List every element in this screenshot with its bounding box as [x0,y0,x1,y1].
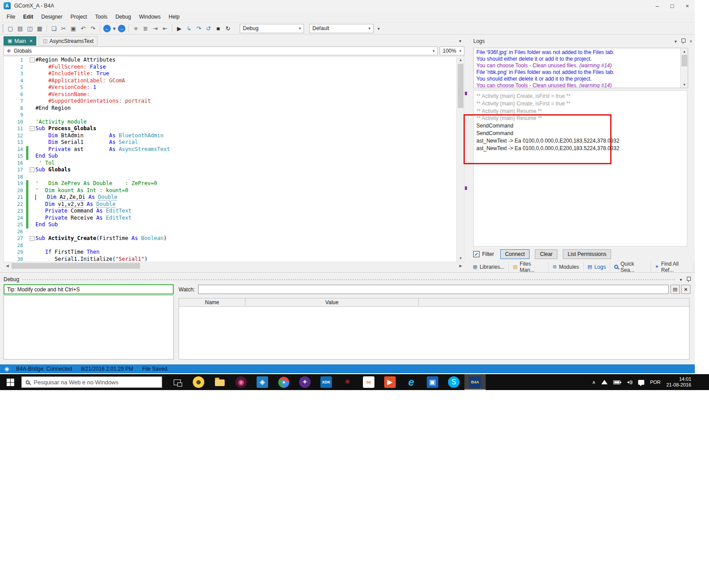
code-text[interactable]: ' Tol [35,160,55,167]
scroll-up-icon[interactable]: ▲ [457,57,464,63]
tab-list-dropdown-icon[interactable]: ▾ [459,39,461,43]
chat-app-icon[interactable]: ☻ [188,374,209,390]
scope-dropdown[interactable]: ❖ Globals ▾ [4,46,438,55]
photos-app-icon[interactable]: ▣ [422,374,443,390]
toolbar-overflow-icon[interactable]: ▾ [378,26,380,31]
clear-button[interactable]: Clear [535,249,557,259]
code-text[interactable]: End Sub [35,221,58,228]
watch-list-button[interactable]: ▤ [670,285,680,294]
close-button[interactable]: × [680,0,695,12]
close-tab-icon[interactable]: × [29,38,32,44]
start-button[interactable] [0,374,20,390]
media-app-icon[interactable]: ◉ [230,374,252,390]
code-text[interactable]: Dim v1,v2,v3 As Double [35,201,116,208]
panel-tab-logs[interactable]: ▤Logs [584,262,610,272]
outlook-icon[interactable]: oz [358,374,379,390]
step-into-icon[interactable]: ↳ [184,23,194,33]
undo-icon[interactable]: ↶ [78,23,88,33]
video-app-icon[interactable]: ▶ [379,374,401,390]
open-icon[interactable]: ▤ [16,23,25,33]
fold-toggle-icon[interactable]: - [30,126,35,131]
pinwheel-app-icon[interactable]: ✳ [337,374,358,390]
language-indicator[interactable]: POR [650,379,661,385]
menu-item-file[interactable]: File [3,14,19,20]
code-text[interactable]: Serial1.Initialize("Serial1") [35,256,148,263]
code-text[interactable]: #FullScreen: False [35,64,106,71]
run-icon[interactable]: ▶ [175,23,184,33]
menu-item-project[interactable]: Project [66,14,91,20]
outdent-icon[interactable]: ⇤ [160,23,170,33]
scroll-down-icon[interactable]: ▼ [457,255,464,262]
uncomment-icon[interactable]: ≣ [141,23,150,33]
back-history-icon[interactable]: ▾ [112,23,117,33]
store-app-icon[interactable]: ◈ [252,374,273,390]
indent-icon[interactable]: ⇥ [151,23,160,33]
code-text[interactable]: Sub Activity_Create(FirstTime As Boolean… [35,235,167,242]
new-file-icon[interactable]: ▢ [6,23,15,33]
panel-tab-filesman[interactable]: ▧Files Man... [509,262,549,272]
pin-icon[interactable] [686,277,690,282]
code-text[interactable]: #VersionCode: 1 [35,84,96,91]
chevron-down-icon[interactable]: ▾ [680,277,682,282]
code-text[interactable]: #Region Module Attributes [35,57,116,64]
code-text[interactable]: ' Dim kount As Int : kount=0 [35,187,129,194]
menu-item-windows[interactable]: Windows [135,14,165,20]
scroll-up-icon[interactable]: ▲ [681,48,688,54]
navigate-back-icon[interactable]: ← [102,23,112,33]
file-explorer-icon[interactable] [209,374,230,390]
chevron-down-icon[interactable]: ▾ [674,39,677,44]
code-text[interactable]: #VersionName: [35,91,90,98]
notification-icon[interactable] [638,380,644,385]
menu-item-debug[interactable]: Debug [111,14,135,20]
minimize-button[interactable]: – [650,0,665,12]
stop-icon[interactable]: ■ [214,23,223,33]
panel-tab-quicksea[interactable]: Quick Sea... [610,262,651,272]
menu-item-designer[interactable]: Designer [37,14,66,20]
step-over-icon[interactable]: ↷ [194,23,203,33]
panel-tab-libraries[interactable]: ▦Libraries... [469,262,509,272]
code-text[interactable]: #SupportedOrientations: portrait [35,98,151,105]
scroll-down-icon[interactable]: ▼ [681,81,688,88]
code-text[interactable]: #ApplicationLabel: GComA [35,77,125,85]
b4a-icon[interactable]: B4A [464,374,486,390]
ie-icon[interactable]: e [401,374,422,390]
volume-icon[interactable]: ◄))) [626,380,632,384]
fold-toggle-icon[interactable]: - [30,58,35,62]
search-input[interactable] [34,379,158,386]
tray-expand-icon[interactable]: ∧ [592,379,596,385]
code-editor[interactable]: 1-#Region Module Attributes2 #FullScreen… [4,56,464,262]
scroll-left-icon[interactable]: ◀ [4,262,11,270]
redo-icon[interactable]: ↷ [88,23,97,33]
watch-clear-button[interactable]: × [681,285,690,294]
cut-icon[interactable]: ✂ [59,23,68,33]
save-icon[interactable]: ◫ [25,23,35,33]
scrollbar-thumb[interactable] [458,64,464,108]
chrome-icon[interactable] [273,374,294,390]
build-mode-dropdown[interactable]: Debug ▾ [240,24,304,33]
code-text[interactable]: End Sub [35,153,58,160]
taskbar-clock[interactable]: 14:01 21-08-2016 [666,376,691,388]
editor-vscrollbar[interactable]: ▲ ▼ [456,57,464,262]
skype-icon[interactable]: S [443,374,464,390]
code-text[interactable]: Dim BtAdmin As BluetoothAdmin [35,132,164,139]
scroll-right-icon[interactable]: ▶ [457,262,464,270]
build-config-dropdown[interactable]: Default ▾ [309,24,374,33]
code-text[interactable]: #IncludeTitle: True [35,70,109,77]
copy-icon[interactable]: ▣ [69,23,78,33]
menu-item-tools[interactable]: Tools [91,14,111,20]
wifi-icon[interactable] [601,380,608,384]
task-view-button[interactable] [168,374,187,390]
intel-xdk-icon[interactable]: XDK [316,374,337,390]
battery-icon[interactable] [613,380,620,384]
warnings-scrollbar[interactable]: ▲ ▼ [680,48,688,88]
code-text[interactable]: #End Region [35,105,70,112]
taskbar-search[interactable] [21,376,162,388]
code-text[interactable]: If FirstTime Then [35,249,100,256]
pin-icon[interactable] [681,39,685,44]
editor-tab-main[interactable]: ▣Main× [4,36,36,46]
menu-item-edit[interactable]: Edit [19,14,37,20]
code-text[interactable]: Dim Az,Ze,Di As Double [35,194,117,201]
panel-tab-modules[interactable]: ⊞Modules [549,262,584,272]
scrollbar-thumb[interactable] [12,263,140,269]
menu-item-help[interactable]: Help [164,14,183,20]
